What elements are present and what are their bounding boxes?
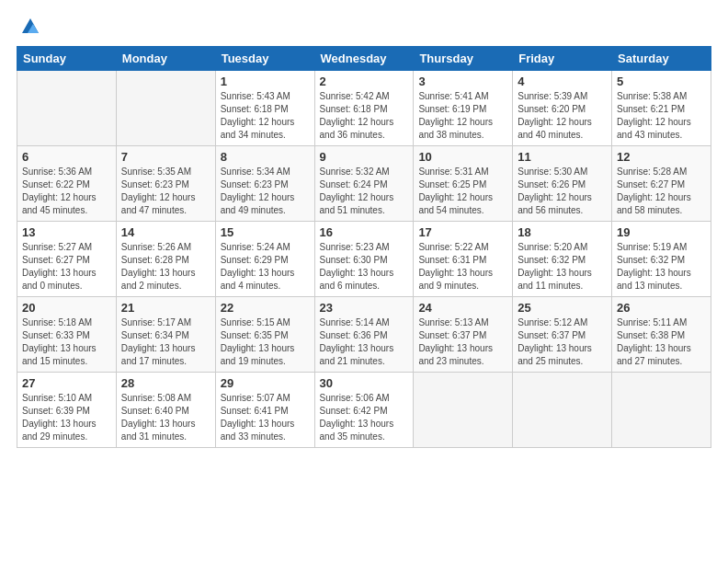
- calendar-day-cell: 29Sunrise: 5:07 AM Sunset: 6:41 PM Dayli…: [215, 373, 314, 448]
- calendar-day-cell: 2Sunrise: 5:42 AM Sunset: 6:18 PM Daylig…: [314, 71, 414, 146]
- calendar-day-cell: 3Sunrise: 5:41 AM Sunset: 6:19 PM Daylig…: [414, 71, 513, 146]
- calendar-day-cell: [612, 373, 711, 448]
- calendar-day-cell: 16Sunrise: 5:23 AM Sunset: 6:30 PM Dayli…: [314, 222, 414, 297]
- calendar-day-cell: 10Sunrise: 5:31 AM Sunset: 6:25 PM Dayli…: [414, 146, 513, 222]
- day-info: Sunrise: 5:28 AM Sunset: 6:27 PM Dayligh…: [617, 166, 706, 217]
- day-number: 14: [121, 225, 210, 239]
- calendar-week-row: 27Sunrise: 5:10 AM Sunset: 6:39 PM Dayli…: [17, 373, 711, 448]
- day-number: 9: [320, 150, 409, 164]
- calendar-day-cell: 30Sunrise: 5:06 AM Sunset: 6:42 PM Dayli…: [314, 373, 414, 448]
- day-info: Sunrise: 5:08 AM Sunset: 6:40 PM Dayligh…: [121, 392, 210, 443]
- calendar-week-row: 13Sunrise: 5:27 AM Sunset: 6:27 PM Dayli…: [17, 222, 711, 297]
- calendar-day-cell: 28Sunrise: 5:08 AM Sunset: 6:40 PM Dayli…: [116, 373, 215, 448]
- day-number: 10: [418, 150, 507, 164]
- page: SundayMondayTuesdayWednesdayThursdayFrid…: [0, 0, 728, 563]
- calendar-day-cell: 20Sunrise: 5:18 AM Sunset: 6:33 PM Dayli…: [17, 297, 117, 373]
- day-info: Sunrise: 5:17 AM Sunset: 6:34 PM Dayligh…: [121, 316, 210, 368]
- day-info: Sunrise: 5:31 AM Sunset: 6:25 PM Dayligh…: [418, 166, 507, 217]
- calendar-day-cell: 27Sunrise: 5:10 AM Sunset: 6:39 PM Dayli…: [17, 373, 117, 448]
- day-info: Sunrise: 5:43 AM Sunset: 6:18 PM Dayligh…: [221, 90, 310, 142]
- day-number: 13: [22, 225, 111, 239]
- calendar-table: SundayMondayTuesdayWednesdayThursdayFrid…: [17, 46, 711, 448]
- day-number: 19: [617, 225, 706, 239]
- calendar-day-cell: [17, 71, 117, 146]
- day-number: 21: [121, 301, 210, 315]
- day-info: Sunrise: 5:39 AM Sunset: 6:20 PM Dayligh…: [518, 90, 607, 142]
- day-info: Sunrise: 5:13 AM Sunset: 6:37 PM Dayligh…: [418, 316, 507, 368]
- day-number: 24: [418, 301, 507, 315]
- calendar-day-header: Friday: [513, 47, 612, 71]
- calendar-day-header: Wednesday: [314, 47, 414, 71]
- calendar-day-header: Monday: [116, 47, 215, 71]
- day-info: Sunrise: 5:41 AM Sunset: 6:19 PM Dayligh…: [418, 90, 507, 142]
- day-number: 15: [221, 225, 310, 239]
- calendar-day-cell: 9Sunrise: 5:32 AM Sunset: 6:24 PM Daylig…: [314, 146, 414, 222]
- day-number: 18: [518, 225, 607, 239]
- day-info: Sunrise: 5:26 AM Sunset: 6:28 PM Dayligh…: [121, 241, 210, 293]
- day-number: 2: [320, 75, 409, 88]
- day-info: Sunrise: 5:24 AM Sunset: 6:29 PM Dayligh…: [221, 241, 310, 293]
- day-info: Sunrise: 5:18 AM Sunset: 6:33 PM Dayligh…: [22, 316, 111, 368]
- day-number: 17: [418, 225, 507, 239]
- day-number: 20: [22, 301, 111, 315]
- day-number: 5: [617, 75, 706, 88]
- day-info: Sunrise: 5:15 AM Sunset: 6:35 PM Dayligh…: [221, 316, 310, 368]
- calendar-day-cell: 7Sunrise: 5:35 AM Sunset: 6:23 PM Daylig…: [116, 146, 215, 222]
- day-info: Sunrise: 5:34 AM Sunset: 6:23 PM Dayligh…: [221, 166, 310, 217]
- day-info: Sunrise: 5:23 AM Sunset: 6:30 PM Dayligh…: [320, 241, 409, 293]
- calendar-week-row: 20Sunrise: 5:18 AM Sunset: 6:33 PM Dayli…: [17, 297, 711, 373]
- calendar-day-header: Thursday: [414, 47, 513, 71]
- calendar-day-header: Sunday: [17, 47, 117, 71]
- calendar-week-row: 1Sunrise: 5:43 AM Sunset: 6:18 PM Daylig…: [17, 71, 711, 146]
- day-info: Sunrise: 5:19 AM Sunset: 6:32 PM Dayligh…: [617, 241, 706, 293]
- calendar-day-cell: 25Sunrise: 5:12 AM Sunset: 6:37 PM Dayli…: [513, 297, 612, 373]
- day-number: 27: [22, 376, 111, 390]
- calendar-day-cell: 4Sunrise: 5:39 AM Sunset: 6:20 PM Daylig…: [513, 71, 612, 146]
- day-info: Sunrise: 5:14 AM Sunset: 6:36 PM Dayligh…: [320, 316, 409, 368]
- day-number: 7: [121, 150, 210, 164]
- day-info: Sunrise: 5:30 AM Sunset: 6:26 PM Dayligh…: [518, 166, 607, 217]
- calendar-day-cell: 13Sunrise: 5:27 AM Sunset: 6:27 PM Dayli…: [17, 222, 117, 297]
- calendar-day-cell: [414, 373, 513, 448]
- day-info: Sunrise: 5:35 AM Sunset: 6:23 PM Dayligh…: [121, 166, 210, 217]
- day-number: 22: [221, 301, 310, 315]
- calendar-day-cell: [116, 71, 215, 146]
- calendar-header-row: SundayMondayTuesdayWednesdayThursdayFrid…: [17, 47, 711, 71]
- logo: [17, 17, 40, 37]
- day-info: Sunrise: 5:20 AM Sunset: 6:32 PM Dayligh…: [518, 241, 607, 293]
- calendar-week-row: 6Sunrise: 5:36 AM Sunset: 6:22 PM Daylig…: [17, 146, 711, 222]
- day-number: 6: [22, 150, 111, 164]
- calendar-day-header: Tuesday: [215, 47, 314, 71]
- day-number: 3: [418, 75, 507, 88]
- day-info: Sunrise: 5:27 AM Sunset: 6:27 PM Dayligh…: [22, 241, 111, 293]
- day-info: Sunrise: 5:38 AM Sunset: 6:21 PM Dayligh…: [617, 90, 706, 142]
- day-number: 25: [518, 301, 607, 315]
- day-info: Sunrise: 5:42 AM Sunset: 6:18 PM Dayligh…: [320, 90, 409, 142]
- day-number: 29: [221, 376, 310, 390]
- day-info: Sunrise: 5:22 AM Sunset: 6:31 PM Dayligh…: [418, 241, 507, 293]
- day-number: 12: [617, 150, 706, 164]
- day-number: 30: [320, 376, 409, 390]
- day-number: 26: [617, 301, 706, 315]
- day-number: 16: [320, 225, 409, 239]
- calendar-day-cell: 21Sunrise: 5:17 AM Sunset: 6:34 PM Dayli…: [116, 297, 215, 373]
- day-number: 11: [518, 150, 607, 164]
- calendar-day-cell: 24Sunrise: 5:13 AM Sunset: 6:37 PM Dayli…: [414, 297, 513, 373]
- day-info: Sunrise: 5:32 AM Sunset: 6:24 PM Dayligh…: [320, 166, 409, 217]
- calendar-day-cell: [513, 373, 612, 448]
- calendar-day-cell: 1Sunrise: 5:43 AM Sunset: 6:18 PM Daylig…: [215, 71, 314, 146]
- calendar-day-cell: 6Sunrise: 5:36 AM Sunset: 6:22 PM Daylig…: [17, 146, 117, 222]
- day-info: Sunrise: 5:11 AM Sunset: 6:38 PM Dayligh…: [617, 316, 706, 368]
- calendar-day-cell: 11Sunrise: 5:30 AM Sunset: 6:26 PM Dayli…: [513, 146, 612, 222]
- calendar-day-header: Saturday: [612, 47, 711, 71]
- calendar-day-cell: 18Sunrise: 5:20 AM Sunset: 6:32 PM Dayli…: [513, 222, 612, 297]
- day-number: 4: [518, 75, 607, 88]
- calendar-day-cell: 26Sunrise: 5:11 AM Sunset: 6:38 PM Dayli…: [612, 297, 711, 373]
- day-info: Sunrise: 5:36 AM Sunset: 6:22 PM Dayligh…: [22, 166, 111, 217]
- day-number: 8: [221, 150, 310, 164]
- calendar-day-cell: 19Sunrise: 5:19 AM Sunset: 6:32 PM Dayli…: [612, 222, 711, 297]
- day-number: 1: [221, 75, 310, 88]
- calendar-day-cell: 8Sunrise: 5:34 AM Sunset: 6:23 PM Daylig…: [215, 146, 314, 222]
- day-number: 28: [121, 376, 210, 390]
- calendar-day-cell: 12Sunrise: 5:28 AM Sunset: 6:27 PM Dayli…: [612, 146, 711, 222]
